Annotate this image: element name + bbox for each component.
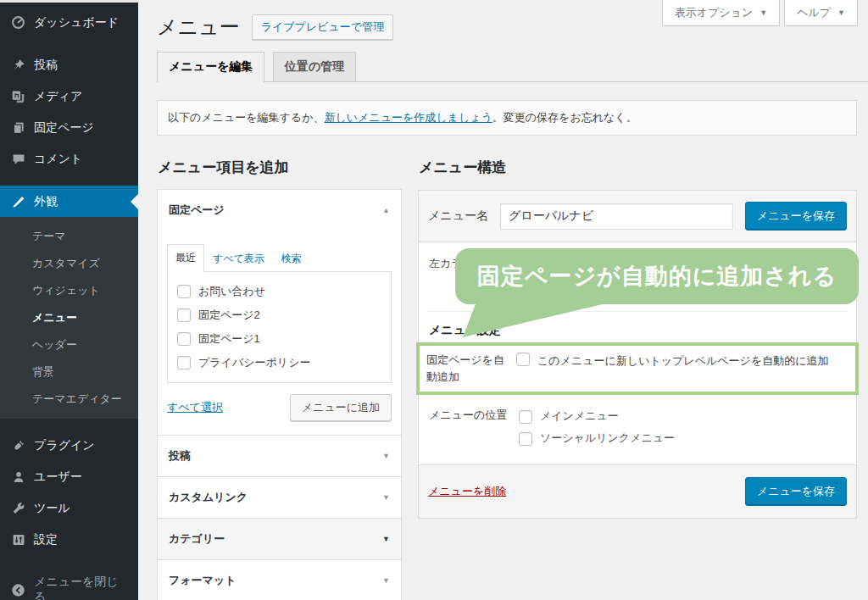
page-checkbox[interactable]	[177, 332, 191, 346]
submenu-label: テーマエディター	[32, 392, 122, 405]
tab-most-recent[interactable]: 最近	[167, 244, 204, 272]
tab-view-all[interactable]: すべて表示	[204, 246, 273, 272]
menu-name-bar: メニュー名 メニューを保存	[419, 191, 856, 242]
sidebar-label: メニューを閉じる	[34, 575, 128, 600]
sidebar-item-header[interactable]: ヘッダー	[0, 331, 138, 358]
nav-tabs: メニューを編集 位置の管理	[157, 52, 868, 82]
sidebar-item-pages[interactable]: 固定ページ	[0, 112, 138, 143]
sliders-icon	[10, 531, 26, 547]
auto-add-pages-row-highlighted: 固定ページを自動追加 このメニューに新しいトップレベルページを自動的に追加	[416, 342, 859, 395]
location-social-menu-checkbox[interactable]	[519, 432, 532, 446]
sidebar-label: ツール	[34, 501, 70, 516]
add-menu-items-heading: メニュー項目を追加	[158, 158, 402, 177]
menu-edit-panel: メニュー名 メニューを保存 左カラ メニュー設定 固定ページを自動追加 このメニ…	[418, 190, 857, 519]
menus-columns: メニュー項目を追加 固定ページ ▲ 最近 すべて表示 検索	[157, 154, 857, 600]
pages-checklist: お問い合わせ 固定ページ2 固定ページ1	[167, 271, 392, 383]
sidebar-label: ユーザー	[34, 469, 82, 485]
manage-with-live-preview-button[interactable]: ライブプレビューで管理	[252, 14, 393, 40]
menu-name-input[interactable]	[500, 203, 733, 230]
user-icon	[10, 469, 26, 485]
save-menu-button-top[interactable]: メニューを保存	[745, 202, 847, 231]
sidebar-item-tools[interactable]: ツール	[0, 492, 138, 524]
tab-edit-menus[interactable]: メニューを編集	[157, 52, 264, 82]
submenu-label: 背景	[32, 365, 54, 378]
list-item: 固定ページ2	[177, 303, 381, 327]
create-new-menu-link[interactable]: 新しいメニューを作成しましょう	[324, 111, 492, 124]
sidebar-label: 設定	[34, 532, 58, 547]
paintbrush-icon	[10, 193, 26, 209]
add-to-menu-button[interactable]: メニューに追加	[290, 394, 392, 421]
pages-accordion: 固定ページ ▲ 最近 すべて表示 検索 お問い合わせ	[157, 189, 402, 436]
caret-down-icon: ▼	[382, 576, 390, 585]
notice-text-before: 以下のメニューを編集するか、	[168, 111, 324, 124]
menu-locations-row: メニューの位置 メインメニュー ソーシャルリンクメニュー	[427, 404, 848, 456]
menu-name-label: メニュー名	[428, 208, 488, 224]
sidebar-item-themes[interactable]: テーマ	[0, 223, 138, 250]
page-checkbox[interactable]	[177, 356, 191, 369]
sidebar-label: メディア	[34, 89, 82, 104]
page-label: プライバシーポリシー	[198, 355, 310, 370]
top-edge-strip	[0, 0, 138, 3]
page-label: 固定ページ2	[198, 308, 260, 323]
sidebar-label: 投稿	[34, 58, 58, 73]
pages-accordion-header[interactable]: 固定ページ ▲	[158, 190, 401, 231]
tab-search[interactable]: 検索	[273, 246, 310, 272]
delete-menu-link[interactable]: メニューを削除	[428, 484, 506, 499]
custom-links-accordion-header[interactable]: カスタムリンク ▼	[158, 477, 401, 518]
screen-options-button[interactable]: 表示オプション ▼	[662, 0, 780, 26]
media-icon	[10, 88, 26, 104]
pages-accordion-body: 最近 すべて表示 検索 お問い合わせ 固定ページ2	[158, 231, 401, 435]
sidebar-item-widgets[interactable]: ウィジェット	[0, 277, 138, 304]
sidebar-item-users[interactable]: ユーザー	[0, 461, 138, 492]
pin-icon	[10, 57, 26, 73]
sidebar-item-comments[interactable]: コメント	[0, 143, 138, 175]
sidebar-item-menus[interactable]: メニュー	[0, 304, 138, 331]
admin-sidebar: ダッシュボード 投稿 メディア 固定ページ コメント	[0, 0, 138, 600]
annotation-callout-bubble: 固定ページが自動的に追加される	[455, 248, 859, 304]
submenu-label: テーマ	[32, 230, 66, 242]
auto-add-label: 固定ページを自動追加	[426, 352, 509, 386]
custom-links-accordion: カスタムリンク ▼	[157, 476, 402, 519]
help-button[interactable]: ヘルプ ▼	[784, 0, 858, 26]
sidebar-item-theme-editor[interactable]: テーマエディター	[0, 386, 138, 413]
auto-add-checkbox[interactable]	[516, 353, 530, 366]
categories-accordion-header[interactable]: カテゴリー ▼	[158, 519, 401, 559]
select-all-link[interactable]: すべて選択	[167, 400, 223, 415]
pages-icon	[10, 119, 26, 136]
list-item: お問い合わせ	[177, 280, 381, 303]
sidebar-item-background[interactable]: 背景	[0, 358, 138, 386]
page-checkbox[interactable]	[177, 308, 191, 322]
formats-accordion-header[interactable]: フォーマット ▼	[158, 560, 401, 600]
menu-settings-section: メニュー設定 固定ページを自動追加 このメニューに新しいトップレベルページを自動…	[427, 311, 848, 456]
notice-text-after: 。変更の保存をお忘れなく。	[492, 111, 637, 124]
plugin-icon	[10, 437, 26, 453]
sidebar-item-dashboard[interactable]: ダッシュボード	[0, 7, 138, 38]
posts-accordion-title: 投稿	[169, 448, 191, 464]
submenu-label: ヘッダー	[32, 338, 77, 351]
sidebar-item-posts[interactable]: 投稿	[0, 49, 138, 81]
save-menu-button-bottom[interactable]: メニューを保存	[745, 477, 847, 506]
sidebar-item-collapse-menu[interactable]: メニューを閉じる	[0, 567, 138, 600]
posts-accordion-header[interactable]: 投稿 ▼	[158, 436, 401, 476]
sidebar-item-appearance[interactable]: 外観	[0, 186, 138, 217]
list-item: ソーシャルリンクメニュー	[519, 429, 675, 451]
wordpress-admin-screen: ダッシュボード 投稿 メディア 固定ページ コメント	[0, 0, 868, 600]
appearance-submenu: テーマ カスタマイズ ウィジェット メニュー ヘッダー 背景 テーマエディター	[0, 217, 138, 419]
sidebar-item-plugins[interactable]: プラグイン	[0, 430, 138, 461]
page-checkbox[interactable]	[177, 285, 191, 298]
sidebar-label: コメント	[34, 152, 82, 167]
sidebar-item-settings[interactable]: 設定	[0, 524, 138, 555]
comment-icon	[10, 151, 26, 167]
sidebar-item-media[interactable]: メディア	[0, 81, 138, 112]
sidebar-item-customize[interactable]: カスタマイズ	[0, 250, 138, 277]
custom-links-accordion-title: カスタムリンク	[169, 490, 248, 505]
categories-accordion: カテゴリー ▼	[157, 518, 402, 560]
tab-manage-locations[interactable]: 位置の管理	[273, 52, 356, 81]
menu-locations-options: メインメニュー ソーシャルリンクメニュー	[519, 407, 675, 451]
menu-footer-actions: メニューを削除 メニューを保存	[419, 464, 856, 518]
location-main-menu-checkbox[interactable]	[519, 410, 532, 424]
menu-structure-column: メニュー構造 メニュー名 メニューを保存 左カラ メニュー設定 固定ページを自動…	[418, 154, 857, 519]
page-label: 固定ページ1	[198, 331, 260, 347]
submenu-label: ウィジェット	[32, 284, 100, 297]
formats-accordion-title: フォーマット	[169, 573, 236, 588]
